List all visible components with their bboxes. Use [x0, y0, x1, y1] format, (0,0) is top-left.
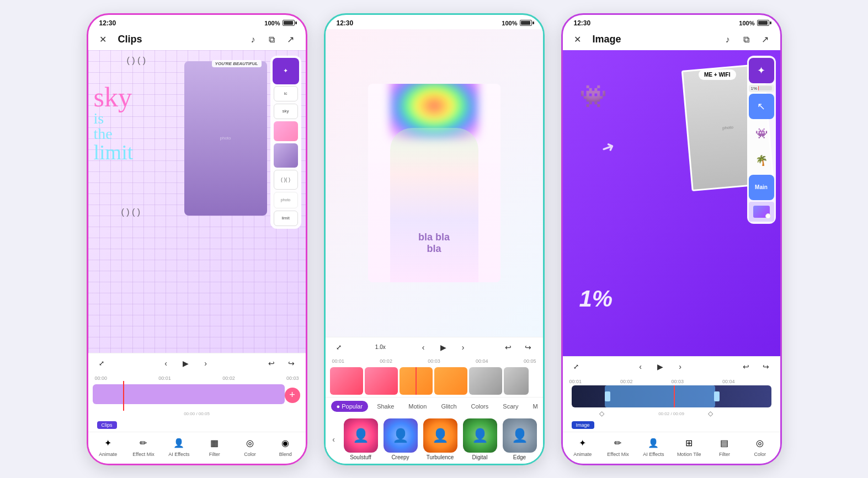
prev-btn-2[interactable]: ‹ [416, 340, 431, 355]
battery-panel: 1% [749, 85, 774, 92]
clip-block-1[interactable] [93, 384, 285, 404]
tab-motion[interactable]: Motion [403, 401, 432, 412]
export-icon-3[interactable]: ↗ [758, 33, 773, 47]
tl-thumb-1[interactable] [330, 367, 363, 395]
next-btn-2[interactable]: › [455, 340, 471, 355]
prev-btn-3[interactable]: ‹ [633, 359, 648, 374]
toolbar-motiontile[interactable]: ⊞ Motion Tile [677, 437, 701, 457]
panel-photo-1[interactable] [274, 143, 298, 168]
page-title-3: Image [593, 34, 716, 45]
ts3-2: 00:03 [672, 379, 684, 384]
wifi-sticker[interactable]: ME + WIFI [699, 69, 736, 80]
palm-btn[interactable]: 🌴 [749, 148, 774, 173]
alien-btn[interactable]: 👾 [749, 121, 774, 146]
next-btn-1[interactable]: › [198, 356, 214, 371]
time-3: 12:30 [574, 19, 591, 27]
panel-strip-1[interactable] [274, 121, 298, 141]
playhead-1 [123, 381, 124, 411]
effect-edge[interactable]: 👤 Edge [501, 418, 539, 460]
prev-btn-1[interactable]: ‹ [158, 356, 174, 371]
toolbar-color[interactable]: ◎ Color [237, 437, 262, 457]
tab-popular[interactable]: ● Popular [331, 401, 369, 412]
play-btn-1[interactable]: ▶ [178, 356, 194, 371]
redo-btn-2[interactable]: ↪ [520, 340, 536, 355]
effects-panel-btn-3[interactable]: ✦ [749, 58, 774, 83]
toolbar-aieffects-3[interactable]: 👤 AI Effects [641, 437, 666, 457]
tab-glitch[interactable]: Glitch [435, 401, 462, 412]
undo-btn-3[interactable]: ↩ [738, 359, 754, 374]
tab-more[interactable]: M [527, 401, 542, 412]
toolbar-aieffects[interactable]: 👤 AI Effects [167, 437, 191, 457]
toolbar-animate[interactable]: ✦ Animate [95, 437, 120, 457]
panel-limit-text[interactable]: limit [274, 211, 298, 226]
bottom-controls-2: ⤢ 1.0x ‹ ▶ › ↩ ↪ 00:01 00:02 00:03 00:04… [326, 337, 543, 464]
effect-turbulence[interactable]: 👤 Turbulence [422, 418, 459, 460]
alien-sticker-1[interactable]: 👾 [579, 83, 607, 109]
color-swatch-btn[interactable] [749, 202, 774, 222]
effect-soulstuff[interactable]: 👤 Soulstuff [342, 418, 380, 460]
toolbar-color-3[interactable]: ◎ Color [748, 437, 773, 457]
arrow-sticker[interactable]: ➜ [599, 137, 617, 158]
effect-creepy[interactable]: 👤 Creepy [382, 418, 419, 460]
tab-shake[interactable]: Shake [371, 401, 400, 412]
page-title-1: Clips [118, 34, 242, 45]
tl-thumb-6[interactable] [504, 367, 529, 395]
cursor-btn[interactable]: ↖ [749, 94, 774, 119]
play-btn-2[interactable]: ▶ [435, 340, 451, 355]
close-button-1[interactable]: ✕ [96, 33, 110, 47]
redo-btn-3[interactable]: ↪ [758, 359, 774, 374]
tab-scary[interactable]: Scary [497, 401, 524, 412]
play-btn-3[interactable]: ▶ [653, 359, 668, 374]
toolbar-1: ✦ Animate ✏ Effect Mix 👤 AI Effects ▦ Fi… [88, 432, 306, 464]
layers-icon-3[interactable]: ⧉ [739, 33, 754, 47]
effects-panel-btn[interactable]: ✦ [273, 58, 299, 84]
turbulence-label: Turbulence [427, 454, 454, 460]
fullscreen-btn-1[interactable]: ⤢ [95, 357, 108, 370]
timestamps-2: 00:01 00:02 00:03 00:04 00:05 [330, 358, 539, 364]
music-icon-3[interactable]: ♪ [721, 33, 735, 47]
tl-thumb-5[interactable] [469, 367, 502, 395]
pct-text: 1% [579, 286, 613, 312]
playback-bar-3: ⤢ ‹ ▶ › ↩ ↪ [563, 356, 780, 377]
toolbar-blend[interactable]: ◉ Blend [273, 437, 298, 457]
ts2-4: 00:05 [524, 358, 536, 364]
text-sky: sky [94, 83, 134, 111]
music-icon-1[interactable]: ♪ [246, 33, 260, 47]
tl-thumb-4[interactable] [434, 367, 467, 395]
tab-colors[interactable]: Colors [466, 401, 494, 412]
add-clip-btn[interactable]: + [285, 388, 300, 403]
main-btn[interactable]: Main [749, 175, 774, 200]
battery-label-panel: 1% [751, 86, 758, 91]
toolbar-animate-3[interactable]: ✦ Animate [570, 437, 595, 457]
track-area-1[interactable]: + [93, 382, 301, 410]
effect-digital[interactable]: 👤 Digital [461, 418, 499, 460]
layers-icon-1[interactable]: ⧉ [265, 33, 279, 47]
next-btn-3[interactable]: › [673, 359, 688, 374]
toolbar-filter-3[interactable]: ▤ Filter [712, 437, 737, 457]
toolbar-filter[interactable]: ▦ Filter [202, 437, 227, 457]
image-tag[interactable]: Image [572, 421, 594, 429]
panel-ic-text[interactable]: ic [274, 86, 298, 101]
image-track[interactable] [572, 385, 771, 407]
panel-photo-2[interactable]: photo [274, 192, 298, 208]
handle-left[interactable] [605, 391, 610, 401]
panel-sky-text[interactable]: sky [274, 104, 298, 119]
export-icon-1[interactable]: ↗ [284, 33, 298, 47]
toolbar-effectmix-3[interactable]: ✏ Effect Mix [605, 437, 630, 457]
status-bar-1: 12:30 100% [88, 15, 306, 29]
undo-btn-2[interactable]: ↩ [500, 340, 516, 355]
undo-btn-1[interactable]: ↩ [264, 356, 279, 371]
fullscreen-btn-2[interactable]: ⤢ [332, 341, 345, 354]
fullscreen-btn-3[interactable]: ⤢ [569, 360, 583, 373]
panel-squiggles[interactable]: ( )( ) [274, 170, 298, 190]
tl-thumb-2[interactable] [365, 367, 398, 395]
toolbar-effectmix[interactable]: ✏ Effect Mix [131, 437, 156, 457]
close-button-3[interactable]: ✕ [571, 33, 585, 47]
playhead-2 [416, 367, 417, 395]
thumb-nav-left[interactable]: ‹ [328, 433, 340, 445]
handle-right[interactable] [714, 391, 720, 401]
effectmix-icon: ✏ [137, 437, 150, 450]
clips-tag[interactable]: Clips [97, 421, 117, 429]
redo-btn-1[interactable]: ↪ [284, 356, 299, 371]
canvas-area-2: bla blabla [326, 29, 543, 337]
